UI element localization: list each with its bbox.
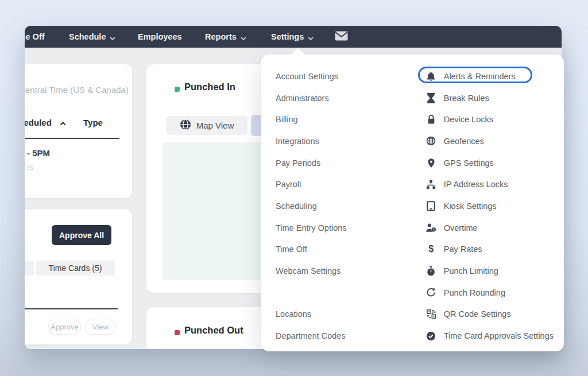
dropdown-item-qr-code-settings[interactable]: QR Code Settings [425, 304, 554, 325]
dropdown-item-overtime[interactable]: Overtime [425, 217, 554, 239]
nav-item-employees[interactable]: Employees [138, 26, 182, 48]
dropdown-item-locations[interactable]: Locations [276, 304, 425, 325]
nav-item-schedule[interactable]: Schedule [69, 26, 115, 48]
nav-item-label: Time Off [25, 32, 45, 41]
dropdown-item-label: Punch Rounding [444, 288, 505, 297]
dropdown-item-label: Pay Rates [444, 245, 482, 254]
timezone-label: Central Time (US & Canada) [25, 85, 129, 95]
dropdown-item-punch-rounding[interactable]: Punch Rounding [425, 282, 554, 304]
chevron-down-icon [308, 33, 314, 42]
dropdown-item-webcam-settings[interactable]: Webcam Settings [276, 260, 425, 282]
dropdown-item-scheduling[interactable]: Scheduling [276, 195, 425, 217]
dropdown-item-label: GPS Settings [444, 158, 494, 168]
chevron-down-icon [110, 33, 115, 42]
dropdown-caret [291, 48, 305, 55]
person-clock-icon [425, 222, 437, 234]
dropdown-item-time-entry-options[interactable]: Time Entry Options [276, 217, 425, 239]
dropdown-item-time-off[interactable]: Time Off [276, 239, 425, 261]
dropdown-item-punch-limiting[interactable]: Punch Limiting [425, 260, 554, 282]
nav-item-label: Employees [138, 32, 182, 41]
view-button[interactable]: View [85, 319, 116, 335]
dropdown-item-label: Device Locks [444, 115, 493, 124]
column-header-type: Type [83, 118, 103, 127]
tablet-icon [425, 200, 437, 212]
punched-out-card: Punched Out [146, 307, 278, 349]
globe-dark-icon [180, 119, 191, 132]
dropdown-item-payroll[interactable]: Payroll [276, 173, 425, 195]
dropdown-item-geofences[interactable]: Geofences [425, 130, 554, 152]
dropdown-item-time-card-approvals[interactable]: Time Card Approvals Settings [425, 325, 554, 347]
bell-icon [425, 71, 437, 82]
hourglass-icon [425, 92, 437, 104]
dropdown-item-label: Alerts & Reminders [444, 72, 516, 81]
settings-dropdown: Account Settings Administrators Billing … [261, 55, 564, 351]
dropdown-item-label: Break Rules [444, 94, 489, 103]
dropdown-item-account-settings[interactable]: Account Settings [276, 65, 425, 87]
punched-in-dot [175, 87, 180, 92]
dropdown-item-integrations[interactable]: Integrations [276, 130, 425, 152]
dropdown-item-label: Overtime [444, 223, 478, 232]
nav-item-time-off[interactable]: Time Off [25, 26, 45, 48]
dropdown-item-alerts-reminders[interactable]: Alerts & Reminders [425, 65, 554, 87]
chevron-down-icon [241, 33, 246, 42]
stopwatch-icon [425, 265, 437, 277]
approve-all-button[interactable]: Approve All [52, 225, 111, 245]
column-header-label: Scheduled [25, 118, 52, 127]
dropdown-item-label: Kiosk Settings [444, 201, 497, 211]
time-cards-tab[interactable]: Time Cards (5) [36, 261, 115, 276]
punched-in-card: Punched In Map View [146, 64, 278, 293]
dropdown-item-device-locks[interactable]: Device Locks [425, 108, 554, 130]
dropdown-item-label: Punch Limiting [444, 266, 498, 276]
punched-in-title: Punched In [184, 82, 235, 92]
dollar-icon: $ [425, 243, 437, 255]
dropdown-left-column: Account Settings Administrators Billing … [276, 65, 425, 347]
dropdown-item-label: IP Address Locks [444, 180, 508, 189]
top-nav: Time Off Schedule Employees Reports Sett… [25, 26, 562, 48]
sort-up-icon [60, 118, 66, 127]
nav-item-reports[interactable]: Reports [205, 26, 246, 48]
network-icon [425, 179, 437, 190]
map-pin-icon [425, 157, 437, 169]
shift-time-range: - 5PM [27, 148, 50, 158]
dropdown-right-column: Alerts & Reminders Break Rules Device Lo… [425, 65, 554, 347]
card-divider [25, 308, 118, 309]
dropdown-item-administrators[interactable]: Administrators [276, 87, 425, 109]
tab-fragment[interactable] [25, 261, 34, 276]
nav-item-label: Reports [205, 32, 237, 41]
timecards-card: Approve All Time Cards (5) Approve View [25, 210, 132, 344]
dropdown-item-label: Time Card Approvals Settings [444, 331, 554, 340]
dropdown-item-gps-settings[interactable]: GPS Settings [425, 152, 554, 174]
dropdown-item-department-codes[interactable]: Department Codes [276, 325, 425, 347]
envelope-icon [335, 31, 348, 42]
qr-code-icon [425, 308, 437, 320]
dropdown-item-label: Geofences [444, 137, 484, 146]
dropdown-item-break-rules[interactable]: Break Rules [425, 87, 554, 109]
dropdown-item-label: QR Code Settings [444, 309, 511, 319]
dropdown-item-kiosk-settings[interactable]: Kiosk Settings [425, 195, 554, 217]
lock-icon [425, 114, 437, 125]
column-header-scheduled[interactable]: Scheduled [25, 118, 66, 127]
approve-button[interactable]: Approve [48, 319, 81, 335]
nav-mail-button[interactable] [335, 26, 348, 48]
shift-sub-text: rs [27, 163, 33, 172]
punched-out-title: Punched Out [184, 325, 243, 336]
dropdown-item-pay-periods[interactable]: Pay Periods [276, 152, 425, 174]
dropdown-item-pay-rates[interactable]: $ Pay Rates [425, 239, 554, 261]
dropdown-item-billing[interactable]: Billing [276, 108, 425, 130]
refresh-icon [425, 287, 437, 299]
nav-item-settings[interactable]: Settings [271, 26, 314, 48]
punched-out-dot [175, 330, 180, 335]
map-view-label: Map View [196, 121, 234, 130]
table-divider [25, 138, 119, 139]
check-circle-icon [425, 330, 437, 342]
schedule-card: Central Time (US & Canada) Scheduled Typ… [25, 64, 132, 198]
dropdown-item-ip-address-locks[interactable]: IP Address Locks [425, 173, 554, 195]
nav-item-label: Settings [271, 32, 304, 41]
globe-icon [425, 135, 437, 147]
map-view-button[interactable]: Map View [166, 116, 247, 135]
nav-item-label: Schedule [69, 32, 106, 41]
map-placeholder [163, 142, 266, 280]
